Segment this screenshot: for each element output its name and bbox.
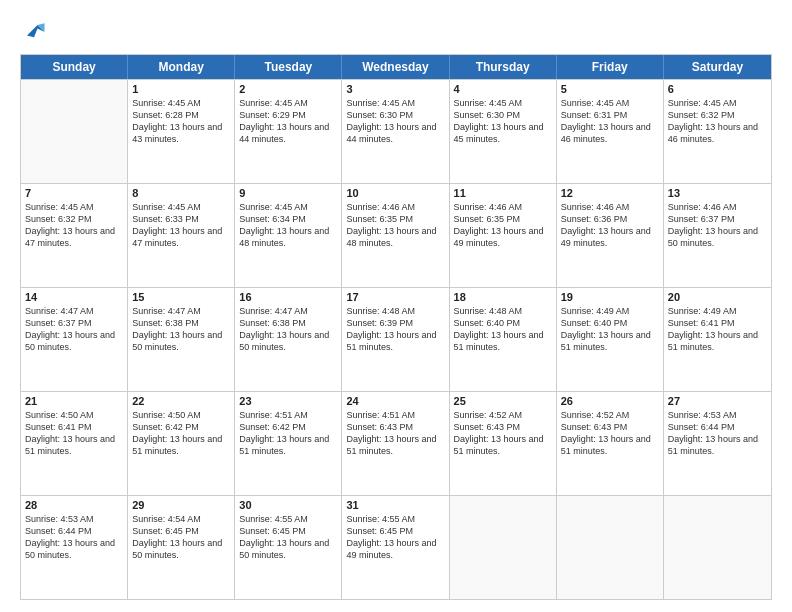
calendar-cell: 10Sunrise: 4:46 AMSunset: 6:35 PMDayligh…: [342, 184, 449, 287]
cell-info: Sunrise: 4:52 AMSunset: 6:43 PMDaylight:…: [561, 409, 659, 458]
cell-info: Sunrise: 4:45 AMSunset: 6:31 PMDaylight:…: [561, 97, 659, 146]
day-number: 4: [454, 83, 552, 95]
day-number: 8: [132, 187, 230, 199]
cell-info: Sunrise: 4:53 AMSunset: 6:44 PMDaylight:…: [668, 409, 767, 458]
day-number: 11: [454, 187, 552, 199]
calendar-row: 14Sunrise: 4:47 AMSunset: 6:37 PMDayligh…: [21, 287, 771, 391]
cell-info: Sunrise: 4:50 AMSunset: 6:41 PMDaylight:…: [25, 409, 123, 458]
day-number: 13: [668, 187, 767, 199]
day-number: 6: [668, 83, 767, 95]
cell-info: Sunrise: 4:47 AMSunset: 6:38 PMDaylight:…: [239, 305, 337, 354]
cell-info: Sunrise: 4:47 AMSunset: 6:38 PMDaylight:…: [132, 305, 230, 354]
calendar-cell: 4Sunrise: 4:45 AMSunset: 6:30 PMDaylight…: [450, 80, 557, 183]
cell-info: Sunrise: 4:53 AMSunset: 6:44 PMDaylight:…: [25, 513, 123, 562]
day-number: 14: [25, 291, 123, 303]
day-number: 29: [132, 499, 230, 511]
calendar-cell: 15Sunrise: 4:47 AMSunset: 6:38 PMDayligh…: [128, 288, 235, 391]
calendar-cell: 9Sunrise: 4:45 AMSunset: 6:34 PMDaylight…: [235, 184, 342, 287]
day-number: 12: [561, 187, 659, 199]
cell-info: Sunrise: 4:45 AMSunset: 6:33 PMDaylight:…: [132, 201, 230, 250]
logo: [20, 18, 52, 46]
cell-info: Sunrise: 4:49 AMSunset: 6:41 PMDaylight:…: [668, 305, 767, 354]
calendar-cell: 26Sunrise: 4:52 AMSunset: 6:43 PMDayligh…: [557, 392, 664, 495]
day-number: 22: [132, 395, 230, 407]
calendar-row: 1Sunrise: 4:45 AMSunset: 6:28 PMDaylight…: [21, 79, 771, 183]
calendar-cell: 29Sunrise: 4:54 AMSunset: 6:45 PMDayligh…: [128, 496, 235, 599]
day-number: 25: [454, 395, 552, 407]
calendar-cell: 1Sunrise: 4:45 AMSunset: 6:28 PMDaylight…: [128, 80, 235, 183]
calendar-cell: 20Sunrise: 4:49 AMSunset: 6:41 PMDayligh…: [664, 288, 771, 391]
calendar-cell: [450, 496, 557, 599]
calendar-row: 21Sunrise: 4:50 AMSunset: 6:41 PMDayligh…: [21, 391, 771, 495]
day-number: 28: [25, 499, 123, 511]
day-number: 16: [239, 291, 337, 303]
calendar-row: 7Sunrise: 4:45 AMSunset: 6:32 PMDaylight…: [21, 183, 771, 287]
calendar-cell: [557, 496, 664, 599]
cell-info: Sunrise: 4:47 AMSunset: 6:37 PMDaylight:…: [25, 305, 123, 354]
calendar-cell: 16Sunrise: 4:47 AMSunset: 6:38 PMDayligh…: [235, 288, 342, 391]
calendar-header-day: Monday: [128, 55, 235, 79]
calendar-header-day: Friday: [557, 55, 664, 79]
calendar-cell: 30Sunrise: 4:55 AMSunset: 6:45 PMDayligh…: [235, 496, 342, 599]
day-number: 18: [454, 291, 552, 303]
calendar-header-day: Thursday: [450, 55, 557, 79]
day-number: 15: [132, 291, 230, 303]
calendar-cell: 24Sunrise: 4:51 AMSunset: 6:43 PMDayligh…: [342, 392, 449, 495]
calendar-cell: 6Sunrise: 4:45 AMSunset: 6:32 PMDaylight…: [664, 80, 771, 183]
cell-info: Sunrise: 4:45 AMSunset: 6:32 PMDaylight:…: [668, 97, 767, 146]
cell-info: Sunrise: 4:45 AMSunset: 6:30 PMDaylight:…: [454, 97, 552, 146]
calendar-cell: 7Sunrise: 4:45 AMSunset: 6:32 PMDaylight…: [21, 184, 128, 287]
cell-info: Sunrise: 4:54 AMSunset: 6:45 PMDaylight:…: [132, 513, 230, 562]
cell-info: Sunrise: 4:45 AMSunset: 6:28 PMDaylight:…: [132, 97, 230, 146]
cell-info: Sunrise: 4:55 AMSunset: 6:45 PMDaylight:…: [239, 513, 337, 562]
cell-info: Sunrise: 4:55 AMSunset: 6:45 PMDaylight:…: [346, 513, 444, 562]
cell-info: Sunrise: 4:46 AMSunset: 6:35 PMDaylight:…: [454, 201, 552, 250]
calendar-cell: [664, 496, 771, 599]
calendar-cell: 2Sunrise: 4:45 AMSunset: 6:29 PMDaylight…: [235, 80, 342, 183]
calendar-header-row: SundayMondayTuesdayWednesdayThursdayFrid…: [21, 55, 771, 79]
day-number: 1: [132, 83, 230, 95]
calendar-header-day: Tuesday: [235, 55, 342, 79]
calendar-cell: 27Sunrise: 4:53 AMSunset: 6:44 PMDayligh…: [664, 392, 771, 495]
calendar-header-day: Sunday: [21, 55, 128, 79]
cell-info: Sunrise: 4:48 AMSunset: 6:39 PMDaylight:…: [346, 305, 444, 354]
calendar-cell: 18Sunrise: 4:48 AMSunset: 6:40 PMDayligh…: [450, 288, 557, 391]
cell-info: Sunrise: 4:51 AMSunset: 6:43 PMDaylight:…: [346, 409, 444, 458]
calendar-cell: 14Sunrise: 4:47 AMSunset: 6:37 PMDayligh…: [21, 288, 128, 391]
calendar-body: 1Sunrise: 4:45 AMSunset: 6:28 PMDaylight…: [21, 79, 771, 599]
cell-info: Sunrise: 4:51 AMSunset: 6:42 PMDaylight:…: [239, 409, 337, 458]
day-number: 31: [346, 499, 444, 511]
calendar-cell: 11Sunrise: 4:46 AMSunset: 6:35 PMDayligh…: [450, 184, 557, 287]
day-number: 7: [25, 187, 123, 199]
day-number: 9: [239, 187, 337, 199]
calendar-cell: 3Sunrise: 4:45 AMSunset: 6:30 PMDaylight…: [342, 80, 449, 183]
page: SundayMondayTuesdayWednesdayThursdayFrid…: [0, 0, 792, 612]
day-number: 30: [239, 499, 337, 511]
calendar-cell: 23Sunrise: 4:51 AMSunset: 6:42 PMDayligh…: [235, 392, 342, 495]
day-number: 17: [346, 291, 444, 303]
day-number: 5: [561, 83, 659, 95]
cell-info: Sunrise: 4:46 AMSunset: 6:36 PMDaylight:…: [561, 201, 659, 250]
cell-info: Sunrise: 4:45 AMSunset: 6:34 PMDaylight:…: [239, 201, 337, 250]
calendar-cell: 8Sunrise: 4:45 AMSunset: 6:33 PMDaylight…: [128, 184, 235, 287]
cell-info: Sunrise: 4:48 AMSunset: 6:40 PMDaylight:…: [454, 305, 552, 354]
day-number: 2: [239, 83, 337, 95]
calendar-row: 28Sunrise: 4:53 AMSunset: 6:44 PMDayligh…: [21, 495, 771, 599]
day-number: 3: [346, 83, 444, 95]
day-number: 21: [25, 395, 123, 407]
day-number: 23: [239, 395, 337, 407]
calendar-cell: 22Sunrise: 4:50 AMSunset: 6:42 PMDayligh…: [128, 392, 235, 495]
day-number: 26: [561, 395, 659, 407]
calendar-cell: 31Sunrise: 4:55 AMSunset: 6:45 PMDayligh…: [342, 496, 449, 599]
day-number: 27: [668, 395, 767, 407]
calendar-cell: 13Sunrise: 4:46 AMSunset: 6:37 PMDayligh…: [664, 184, 771, 287]
calendar-cell: 28Sunrise: 4:53 AMSunset: 6:44 PMDayligh…: [21, 496, 128, 599]
cell-info: Sunrise: 4:45 AMSunset: 6:30 PMDaylight:…: [346, 97, 444, 146]
cell-info: Sunrise: 4:45 AMSunset: 6:32 PMDaylight:…: [25, 201, 123, 250]
day-number: 19: [561, 291, 659, 303]
cell-info: Sunrise: 4:46 AMSunset: 6:37 PMDaylight:…: [668, 201, 767, 250]
calendar: SundayMondayTuesdayWednesdayThursdayFrid…: [20, 54, 772, 600]
day-number: 24: [346, 395, 444, 407]
cell-info: Sunrise: 4:52 AMSunset: 6:43 PMDaylight:…: [454, 409, 552, 458]
cell-info: Sunrise: 4:50 AMSunset: 6:42 PMDaylight:…: [132, 409, 230, 458]
